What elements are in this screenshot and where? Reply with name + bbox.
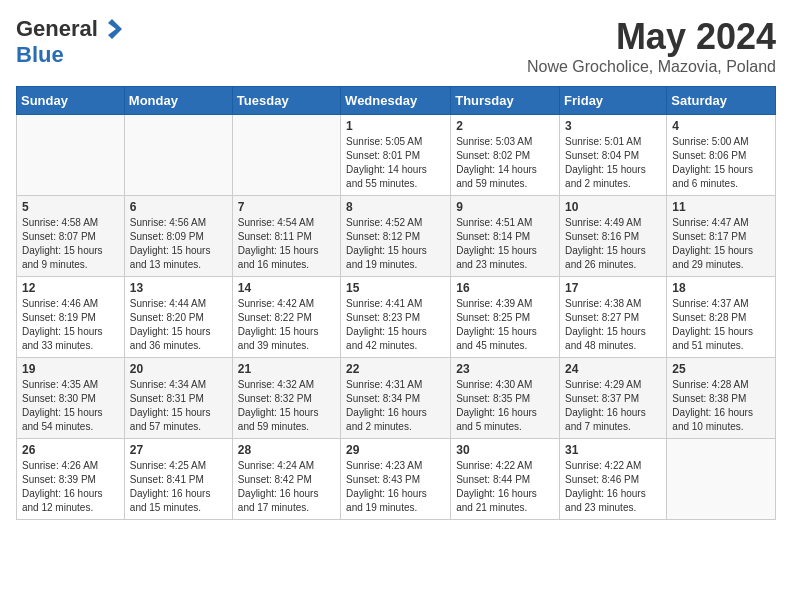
calendar-cell: 31Sunrise: 4:22 AMSunset: 8:46 PMDayligh… xyxy=(560,439,667,520)
day-number: 13 xyxy=(130,281,227,295)
calendar-cell: 29Sunrise: 4:23 AMSunset: 8:43 PMDayligh… xyxy=(341,439,451,520)
day-info: Sunrise: 4:34 AMSunset: 8:31 PMDaylight:… xyxy=(130,378,227,434)
day-number: 28 xyxy=(238,443,335,457)
day-info: Sunrise: 4:37 AMSunset: 8:28 PMDaylight:… xyxy=(672,297,770,353)
calendar-header-thursday: Thursday xyxy=(451,87,560,115)
day-number: 25 xyxy=(672,362,770,376)
svg-marker-0 xyxy=(108,19,122,39)
calendar-header-monday: Monday xyxy=(124,87,232,115)
calendar-cell: 27Sunrise: 4:25 AMSunset: 8:41 PMDayligh… xyxy=(124,439,232,520)
day-info: Sunrise: 4:51 AMSunset: 8:14 PMDaylight:… xyxy=(456,216,554,272)
page-header: General Blue May 2024 Nowe Grocholice, M… xyxy=(16,16,776,76)
calendar-cell: 25Sunrise: 4:28 AMSunset: 8:38 PMDayligh… xyxy=(667,358,776,439)
location: Nowe Grocholice, Mazovia, Poland xyxy=(527,58,776,76)
calendar-cell: 12Sunrise: 4:46 AMSunset: 8:19 PMDayligh… xyxy=(17,277,125,358)
day-number: 7 xyxy=(238,200,335,214)
day-number: 2 xyxy=(456,119,554,133)
day-number: 23 xyxy=(456,362,554,376)
calendar-cell: 18Sunrise: 4:37 AMSunset: 8:28 PMDayligh… xyxy=(667,277,776,358)
logo-icon xyxy=(100,17,124,41)
calendar-header-row: SundayMondayTuesdayWednesdayThursdayFrid… xyxy=(17,87,776,115)
calendar-cell: 23Sunrise: 4:30 AMSunset: 8:35 PMDayligh… xyxy=(451,358,560,439)
day-info: Sunrise: 4:52 AMSunset: 8:12 PMDaylight:… xyxy=(346,216,445,272)
day-info: Sunrise: 4:24 AMSunset: 8:42 PMDaylight:… xyxy=(238,459,335,515)
calendar-cell: 4Sunrise: 5:00 AMSunset: 8:06 PMDaylight… xyxy=(667,115,776,196)
calendar-week-row: 1Sunrise: 5:05 AMSunset: 8:01 PMDaylight… xyxy=(17,115,776,196)
day-info: Sunrise: 4:46 AMSunset: 8:19 PMDaylight:… xyxy=(22,297,119,353)
day-info: Sunrise: 5:01 AMSunset: 8:04 PMDaylight:… xyxy=(565,135,661,191)
day-info: Sunrise: 4:49 AMSunset: 8:16 PMDaylight:… xyxy=(565,216,661,272)
day-info: Sunrise: 5:05 AMSunset: 8:01 PMDaylight:… xyxy=(346,135,445,191)
day-info: Sunrise: 4:39 AMSunset: 8:25 PMDaylight:… xyxy=(456,297,554,353)
day-number: 26 xyxy=(22,443,119,457)
day-info: Sunrise: 4:28 AMSunset: 8:38 PMDaylight:… xyxy=(672,378,770,434)
calendar-cell: 21Sunrise: 4:32 AMSunset: 8:32 PMDayligh… xyxy=(232,358,340,439)
day-number: 27 xyxy=(130,443,227,457)
day-info: Sunrise: 4:42 AMSunset: 8:22 PMDaylight:… xyxy=(238,297,335,353)
calendar-cell: 28Sunrise: 4:24 AMSunset: 8:42 PMDayligh… xyxy=(232,439,340,520)
day-number: 19 xyxy=(22,362,119,376)
calendar-week-row: 19Sunrise: 4:35 AMSunset: 8:30 PMDayligh… xyxy=(17,358,776,439)
calendar-cell: 24Sunrise: 4:29 AMSunset: 8:37 PMDayligh… xyxy=(560,358,667,439)
day-info: Sunrise: 4:41 AMSunset: 8:23 PMDaylight:… xyxy=(346,297,445,353)
day-info: Sunrise: 5:03 AMSunset: 8:02 PMDaylight:… xyxy=(456,135,554,191)
day-info: Sunrise: 4:23 AMSunset: 8:43 PMDaylight:… xyxy=(346,459,445,515)
calendar-cell: 16Sunrise: 4:39 AMSunset: 8:25 PMDayligh… xyxy=(451,277,560,358)
calendar-cell: 7Sunrise: 4:54 AMSunset: 8:11 PMDaylight… xyxy=(232,196,340,277)
day-number: 5 xyxy=(22,200,119,214)
calendar-cell: 3Sunrise: 5:01 AMSunset: 8:04 PMDaylight… xyxy=(560,115,667,196)
day-number: 18 xyxy=(672,281,770,295)
day-number: 15 xyxy=(346,281,445,295)
day-number: 30 xyxy=(456,443,554,457)
calendar-cell: 10Sunrise: 4:49 AMSunset: 8:16 PMDayligh… xyxy=(560,196,667,277)
day-number: 4 xyxy=(672,119,770,133)
calendar-week-row: 5Sunrise: 4:58 AMSunset: 8:07 PMDaylight… xyxy=(17,196,776,277)
calendar-cell xyxy=(17,115,125,196)
day-info: Sunrise: 4:56 AMSunset: 8:09 PMDaylight:… xyxy=(130,216,227,272)
month-title: May 2024 xyxy=(527,16,776,58)
day-info: Sunrise: 5:00 AMSunset: 8:06 PMDaylight:… xyxy=(672,135,770,191)
calendar-cell: 19Sunrise: 4:35 AMSunset: 8:30 PMDayligh… xyxy=(17,358,125,439)
calendar-cell: 5Sunrise: 4:58 AMSunset: 8:07 PMDaylight… xyxy=(17,196,125,277)
day-number: 3 xyxy=(565,119,661,133)
calendar-week-row: 12Sunrise: 4:46 AMSunset: 8:19 PMDayligh… xyxy=(17,277,776,358)
day-info: Sunrise: 4:22 AMSunset: 8:46 PMDaylight:… xyxy=(565,459,661,515)
day-number: 9 xyxy=(456,200,554,214)
day-number: 11 xyxy=(672,200,770,214)
day-number: 6 xyxy=(130,200,227,214)
calendar-cell: 14Sunrise: 4:42 AMSunset: 8:22 PMDayligh… xyxy=(232,277,340,358)
calendar-header-wednesday: Wednesday xyxy=(341,87,451,115)
calendar-cell: 30Sunrise: 4:22 AMSunset: 8:44 PMDayligh… xyxy=(451,439,560,520)
calendar-header-friday: Friday xyxy=(560,87,667,115)
logo: General Blue xyxy=(16,16,124,68)
day-info: Sunrise: 4:54 AMSunset: 8:11 PMDaylight:… xyxy=(238,216,335,272)
calendar-table: SundayMondayTuesdayWednesdayThursdayFrid… xyxy=(16,86,776,520)
day-info: Sunrise: 4:47 AMSunset: 8:17 PMDaylight:… xyxy=(672,216,770,272)
day-info: Sunrise: 4:38 AMSunset: 8:27 PMDaylight:… xyxy=(565,297,661,353)
calendar-cell xyxy=(667,439,776,520)
day-info: Sunrise: 4:30 AMSunset: 8:35 PMDaylight:… xyxy=(456,378,554,434)
calendar-header-saturday: Saturday xyxy=(667,87,776,115)
day-number: 17 xyxy=(565,281,661,295)
calendar-header-tuesday: Tuesday xyxy=(232,87,340,115)
day-info: Sunrise: 4:35 AMSunset: 8:30 PMDaylight:… xyxy=(22,378,119,434)
title-block: May 2024 Nowe Grocholice, Mazovia, Polan… xyxy=(527,16,776,76)
calendar-cell: 26Sunrise: 4:26 AMSunset: 8:39 PMDayligh… xyxy=(17,439,125,520)
calendar-cell: 9Sunrise: 4:51 AMSunset: 8:14 PMDaylight… xyxy=(451,196,560,277)
day-info: Sunrise: 4:25 AMSunset: 8:41 PMDaylight:… xyxy=(130,459,227,515)
day-info: Sunrise: 4:26 AMSunset: 8:39 PMDaylight:… xyxy=(22,459,119,515)
calendar-cell: 17Sunrise: 4:38 AMSunset: 8:27 PMDayligh… xyxy=(560,277,667,358)
day-number: 24 xyxy=(565,362,661,376)
calendar-header-sunday: Sunday xyxy=(17,87,125,115)
day-number: 1 xyxy=(346,119,445,133)
day-number: 12 xyxy=(22,281,119,295)
calendar-cell: 22Sunrise: 4:31 AMSunset: 8:34 PMDayligh… xyxy=(341,358,451,439)
day-number: 8 xyxy=(346,200,445,214)
day-number: 14 xyxy=(238,281,335,295)
calendar-cell: 11Sunrise: 4:47 AMSunset: 8:17 PMDayligh… xyxy=(667,196,776,277)
calendar-cell xyxy=(232,115,340,196)
day-number: 10 xyxy=(565,200,661,214)
day-info: Sunrise: 4:31 AMSunset: 8:34 PMDaylight:… xyxy=(346,378,445,434)
calendar-cell: 15Sunrise: 4:41 AMSunset: 8:23 PMDayligh… xyxy=(341,277,451,358)
calendar-cell: 8Sunrise: 4:52 AMSunset: 8:12 PMDaylight… xyxy=(341,196,451,277)
